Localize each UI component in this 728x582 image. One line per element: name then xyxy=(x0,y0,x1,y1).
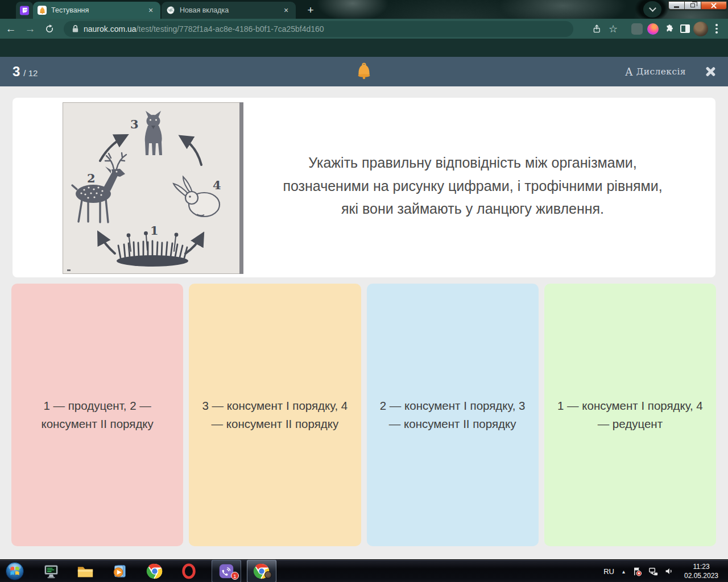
side-panel-button[interactable] xyxy=(677,21,693,37)
opera-icon xyxy=(180,563,197,580)
lock-icon xyxy=(72,24,79,33)
tab-search-chevron-icon[interactable] xyxy=(643,1,661,18)
extension-pink-button[interactable] xyxy=(645,21,661,37)
tab-close-icon[interactable]: × xyxy=(281,5,291,15)
answer-options: 1 — продуцент, 2 — консумент ІІ порядку … xyxy=(11,284,716,546)
media-player-icon xyxy=(111,563,128,580)
browser-menu-button[interactable] xyxy=(709,21,725,37)
volume-button[interactable] xyxy=(664,566,674,576)
food-chain-diagram: 1 2 3 4 xyxy=(63,102,243,274)
svg-text:4: 4 xyxy=(213,178,221,192)
restore-button[interactable] xyxy=(685,1,701,10)
avatar xyxy=(693,22,708,36)
answer-text: 2 — консумент І порядку, 3 — консумент І… xyxy=(375,397,531,434)
windows-taskbar: 1 RU ▴ xyxy=(0,559,728,582)
taskbar-media-player-button[interactable] xyxy=(105,560,134,582)
quiz-header: 3 / 12 А Дислексія xyxy=(0,57,728,86)
restore-icon xyxy=(690,3,695,7)
start-button[interactable] xyxy=(2,560,27,582)
browser-tab-strip: Тестування × Новая вкладка × + xyxy=(0,0,728,19)
back-button[interactable]: ← xyxy=(2,20,19,38)
bell-icon xyxy=(357,63,371,80)
share-button[interactable] xyxy=(589,21,605,37)
naurok-bell-icon xyxy=(38,6,47,15)
flag-alert-icon xyxy=(632,566,643,577)
viber-notification-badge: 1 xyxy=(231,572,239,580)
quiz-close-button[interactable] xyxy=(704,65,717,78)
share-icon xyxy=(592,24,602,34)
action-center-flag-button[interactable] xyxy=(632,566,643,577)
answer-text: 1 — продуцент, 2 — консумент ІІ порядку xyxy=(19,397,175,434)
bookmark-star-button[interactable]: ☆ xyxy=(605,21,621,37)
reload-button[interactable] xyxy=(41,20,58,38)
chrome-icon xyxy=(166,6,175,15)
minimize-button[interactable] xyxy=(668,1,685,10)
taskbar-chrome-active-button[interactable] xyxy=(247,560,276,582)
question-image: 1 2 3 4 xyxy=(63,102,243,274)
svg-text:3: 3 xyxy=(130,117,139,131)
tab-title: Тестування xyxy=(51,6,141,14)
extension-dimmed-button[interactable] xyxy=(629,21,645,37)
page-top-band xyxy=(0,39,728,57)
new-tab-button[interactable]: + xyxy=(303,3,318,18)
clock[interactable]: 11:23 02.05.2023 xyxy=(679,562,723,580)
tab-title: Новая вкладка xyxy=(180,6,276,14)
forward-button[interactable]: → xyxy=(22,20,39,38)
question-text-area: Укажіть правильну відповідність між орга… xyxy=(243,98,715,277)
system-monitor-icon xyxy=(43,563,60,580)
browser-toolbar: ← → naurok.com.ua/test/testing/7782f1a4-… xyxy=(0,19,728,39)
profile-overlay-avatar xyxy=(264,571,272,579)
sound-bell-button[interactable] xyxy=(357,63,371,82)
folder-icon xyxy=(76,563,94,580)
network-button[interactable] xyxy=(648,566,659,577)
tray-time: 11:23 xyxy=(693,563,709,571)
tray-date: 02.05.2023 xyxy=(684,572,718,580)
twitch-icon xyxy=(20,6,29,15)
answer-option-2[interactable]: 3 — консумент І порядку, 4 — консумент І… xyxy=(189,284,361,546)
show-hidden-icons-button[interactable]: ▴ xyxy=(622,568,625,575)
quiz-content: 1 2 3 4 Укажіть правильну відповідність … xyxy=(0,86,728,559)
answer-option-1[interactable]: 1 — продуцент, 2 — консумент ІІ порядку xyxy=(11,284,183,546)
answer-text: 3 — консумент І порядку, 4 — консумент І… xyxy=(197,397,353,434)
reload-icon xyxy=(44,24,55,34)
taskbar-system-monitor-button[interactable] xyxy=(36,560,66,582)
answer-option-3[interactable]: 2 — консумент І порядку, 3 — консумент І… xyxy=(367,284,539,546)
svg-text:2: 2 xyxy=(87,171,96,185)
profile-avatar[interactable] xyxy=(693,21,709,37)
minimize-icon xyxy=(674,6,679,8)
taskbar-explorer-button[interactable] xyxy=(71,560,100,582)
puzzle-icon xyxy=(664,23,675,34)
three-dots-icon xyxy=(715,24,718,34)
system-tray: RU ▴ xyxy=(603,560,728,582)
network-icon xyxy=(648,566,659,577)
question-progress: 3 / 12 xyxy=(13,64,38,80)
url-text: naurok.com.ua/test/testing/7782f1a4-ac8e… xyxy=(84,24,324,34)
close-window-button[interactable] xyxy=(701,1,727,10)
question-card: 1 2 3 4 Укажіть правильну відповідність … xyxy=(13,98,715,277)
answer-option-4[interactable]: 1 — консумент І порядку, 4 — редуцент xyxy=(544,284,716,546)
tab-new-tab[interactable]: Новая вкладка × xyxy=(162,2,296,19)
taskbar-chrome-button[interactable] xyxy=(140,560,169,582)
desktop-screen: Тестування × Новая вкладка × + ← → nauro… xyxy=(0,0,728,582)
window-controls xyxy=(668,1,727,10)
address-bar[interactable]: naurok.com.ua/test/testing/7782f1a4-ac8e… xyxy=(64,21,573,37)
language-indicator[interactable]: RU xyxy=(603,567,614,576)
speaker-icon xyxy=(664,566,674,576)
tab-close-icon[interactable]: × xyxy=(146,5,156,15)
extensions-button[interactable] xyxy=(661,21,677,37)
chrome-icon xyxy=(146,563,163,580)
taskbar-viber-button[interactable]: 1 xyxy=(212,560,241,582)
tab-testing[interactable]: Тестування × xyxy=(33,2,160,19)
extension-dimmed-icon xyxy=(631,23,643,35)
question-text: Укажіть правильну відповідність між орга… xyxy=(279,151,666,221)
windows-start-icon xyxy=(5,561,25,581)
close-icon xyxy=(710,2,717,9)
taskbar-opera-button[interactable] xyxy=(174,560,204,582)
pinned-tab-twitch[interactable] xyxy=(16,2,33,19)
svg-text:1: 1 xyxy=(150,223,159,238)
extension-pink-icon xyxy=(647,23,659,35)
dyslexia-toggle[interactable]: А Дислексія xyxy=(625,57,686,86)
side-panel-icon xyxy=(680,24,690,33)
answer-text: 1 — консумент І порядку, 4 — редуцент xyxy=(552,397,708,434)
